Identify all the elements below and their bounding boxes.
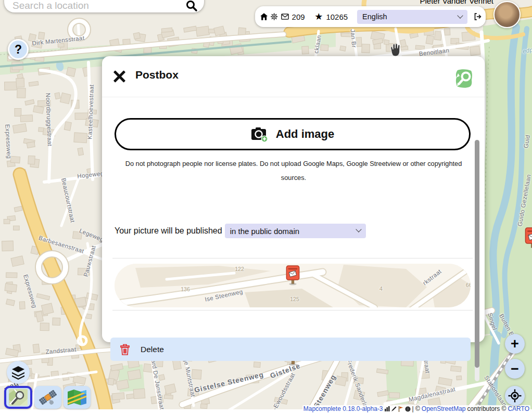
osm-map-icon <box>8 389 28 406</box>
theme-logo-icon <box>454 69 473 88</box>
search-bar <box>4 0 204 12</box>
delete-button[interactable]: Delete <box>110 338 471 361</box>
chevron-down-icon <box>457 12 463 18</box>
user-bar: 209 ★ 10265 English <box>255 6 486 27</box>
camera-icon <box>251 126 269 142</box>
mail-count: 209 <box>292 12 305 21</box>
add-image-label: Add image <box>276 127 334 141</box>
search-icon[interactable] <box>185 0 198 12</box>
pencil-icon <box>391 406 397 411</box>
community-icon <box>405 406 411 412</box>
satellite-icon <box>38 388 58 407</box>
zoom-in-button[interactable]: + <box>505 334 525 354</box>
flag-icon <box>398 406 403 412</box>
publish-text: Your picture will be published <box>115 226 222 236</box>
background-map-button[interactable] <box>64 386 91 409</box>
publish-row: Your picture will be published in the pu… <box>115 224 366 238</box>
language-select[interactable]: English <box>357 10 467 24</box>
trash-icon <box>120 344 130 355</box>
background-satellite-button[interactable] <box>34 386 61 409</box>
layers-icon <box>11 365 26 380</box>
zoom-out-label: − <box>511 362 519 376</box>
osm-link[interactable]: OpenStreetMap <box>422 405 466 412</box>
mapcomplete-version-link[interactable]: Mapcomplete 0.18.0-alpha-3 <box>303 405 383 412</box>
search-input[interactable] <box>12 0 185 12</box>
logout-icon[interactable] <box>474 12 482 21</box>
license-selected: in the public domain <box>230 227 299 236</box>
postbox-dialog: Postbox Add image Do not photograph peop… <box>102 56 485 342</box>
mini-map[interactable]: 122136Ise Steenweg1254rkstraat66;66 <box>115 264 471 307</box>
dialog-scrollbar[interactable] <box>475 140 479 381</box>
locate-button[interactable] <box>505 386 525 406</box>
attribution-separator: | © <box>412 405 420 412</box>
star-icon: ★ <box>314 12 323 21</box>
background-osm-button[interactable] <box>4 386 32 409</box>
stats-icon <box>385 406 390 411</box>
carto-link[interactable]: CARTO <box>508 405 529 412</box>
chevron-down-icon <box>356 226 361 232</box>
add-image-button[interactable]: Add image <box>115 118 471 150</box>
layers-button[interactable] <box>7 361 30 384</box>
license-select[interactable]: in the public domain <box>225 224 366 238</box>
zoom-in-label: + <box>511 337 519 351</box>
delete-label: Delete <box>141 345 164 354</box>
gear-icon[interactable] <box>271 12 277 21</box>
dialog-body: Add image Do not photograph people nor l… <box>102 97 485 342</box>
avatar[interactable] <box>493 1 521 28</box>
divider <box>112 258 473 258</box>
star-count: 10265 <box>326 12 348 21</box>
dialog-title: Postbox <box>135 69 179 81</box>
folded-map-icon <box>67 389 87 406</box>
language-selected: English <box>362 12 387 21</box>
locate-icon <box>508 389 522 403</box>
attribution-contributors: contributors © <box>467 405 506 412</box>
license-note: Do not photograph people nor license pla… <box>122 157 465 185</box>
help-label: ? <box>15 43 22 57</box>
close-icon[interactable] <box>112 70 126 83</box>
postbox-marker-mini <box>286 265 300 286</box>
home-icon[interactable] <box>260 12 268 21</box>
divider <box>112 310 473 310</box>
postbox-marker-edge[interactable] <box>525 227 532 250</box>
scrollbar-thumb[interactable] <box>475 140 479 368</box>
help-button[interactable]: ? <box>8 39 29 60</box>
zoom-out-button[interactable]: − <box>505 359 525 379</box>
attribution-bar: Mapcomplete 0.18.0-alpha-3 | © OpenStree… <box>302 405 530 412</box>
username: Pieter Vander Vennet <box>420 0 494 5</box>
mail-icon[interactable] <box>281 13 289 20</box>
